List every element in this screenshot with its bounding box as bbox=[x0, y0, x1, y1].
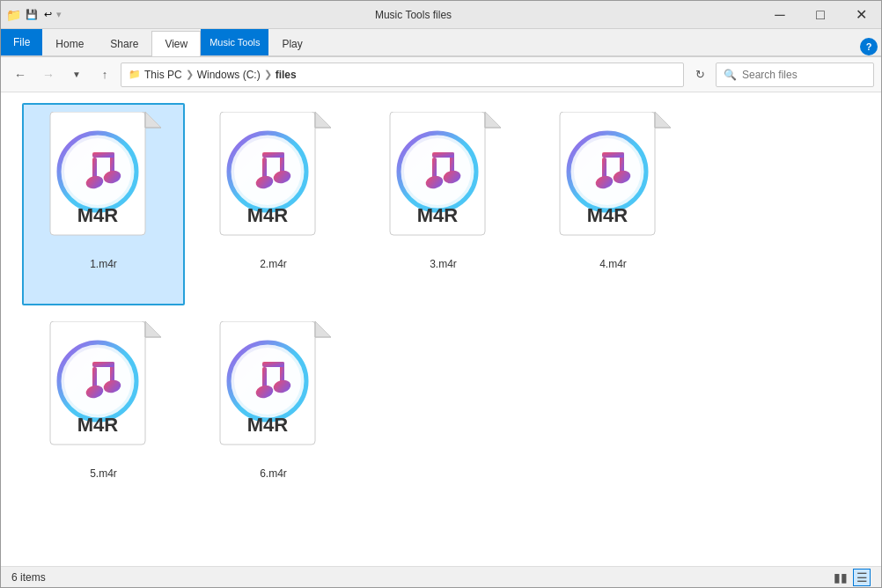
large-icon-view-button[interactable]: ▮▮ bbox=[832, 569, 849, 586]
help-button[interactable]: ? bbox=[860, 38, 878, 55]
svg-rect-56 bbox=[602, 152, 624, 158]
svg-marker-1 bbox=[145, 112, 161, 128]
file-name: 5.m4r bbox=[90, 467, 117, 480]
file-item[interactable]: M4R 6.m4r bbox=[192, 312, 355, 515]
file-item[interactable]: M4R 2.m4r bbox=[192, 103, 355, 305]
svg-text:M4R: M4R bbox=[246, 414, 288, 436]
file-item[interactable]: M4R 4.m4r bbox=[532, 103, 695, 305]
svg-point-38 bbox=[404, 138, 471, 205]
svg-rect-71 bbox=[92, 362, 114, 367]
search-box[interactable]: 🔍 bbox=[716, 62, 874, 87]
breadcrumb-folder[interactable]: files bbox=[276, 69, 297, 81]
back-button[interactable]: ← bbox=[8, 62, 33, 87]
svg-marker-31 bbox=[485, 112, 501, 128]
tab-file[interactable]: File bbox=[1, 29, 42, 55]
tab-share[interactable]: Share bbox=[97, 31, 151, 55]
tab-play[interactable]: Play bbox=[268, 31, 315, 55]
breadcrumb-icon: 📁 bbox=[129, 69, 141, 80]
main-content: M4R 1.m4r bbox=[1, 92, 881, 566]
window-controls: ─ □ ✕ bbox=[760, 1, 881, 29]
breadcrumb-drive[interactable]: Windows (C:) bbox=[197, 69, 261, 81]
search-input[interactable] bbox=[742, 69, 866, 81]
svg-point-83 bbox=[234, 348, 301, 415]
address-bar[interactable]: 📁 This PC ❯ Windows (C:) ❯ files bbox=[121, 62, 684, 87]
file-name: 2.m4r bbox=[260, 258, 287, 270]
file-icon: M4R bbox=[47, 112, 161, 254]
detail-view-button[interactable]: ☰ bbox=[853, 569, 871, 586]
svg-marker-61 bbox=[145, 321, 161, 337]
app-icon: 📁 bbox=[6, 8, 21, 22]
tab-music-tools[interactable]: Music Tools bbox=[201, 29, 268, 55]
svg-point-68 bbox=[64, 348, 131, 415]
svg-rect-11 bbox=[92, 152, 114, 158]
file-name: 3.m4r bbox=[430, 258, 457, 270]
svg-text:M4R: M4R bbox=[416, 204, 458, 226]
svg-marker-46 bbox=[655, 112, 671, 128]
file-icon: M4R bbox=[47, 321, 161, 464]
search-icon: 🔍 bbox=[724, 69, 737, 81]
view-buttons: ▮▮ ☰ bbox=[832, 569, 871, 586]
tab-home[interactable]: Home bbox=[42, 31, 97, 55]
svg-rect-26 bbox=[262, 152, 284, 158]
item-count: 6 items bbox=[11, 571, 46, 584]
file-icon: M4R bbox=[217, 112, 331, 254]
recent-locations-button[interactable]: ▼ bbox=[64, 62, 89, 87]
file-icon: M4R bbox=[217, 321, 331, 464]
svg-marker-16 bbox=[315, 112, 331, 128]
forward-button[interactable]: → bbox=[36, 62, 61, 87]
svg-text:M4R: M4R bbox=[586, 204, 628, 226]
file-name: 6.m4r bbox=[260, 467, 287, 480]
file-icon: M4R bbox=[386, 112, 501, 254]
file-item[interactable]: M4R 1.m4r bbox=[22, 103, 185, 305]
file-item[interactable]: M4R 3.m4r bbox=[362, 103, 525, 305]
quick-access-dropdown[interactable]: ▾ bbox=[56, 9, 62, 20]
breadcrumb-sep-2: ❯ bbox=[264, 69, 272, 80]
window-title: Music Tools files bbox=[375, 9, 452, 21]
file-item[interactable]: M4R 5.m4r bbox=[22, 312, 185, 515]
tab-view[interactable]: View bbox=[151, 31, 201, 56]
file-name: 4.m4r bbox=[599, 258, 627, 270]
status-bar: 6 items ▮▮ ☰ bbox=[1, 566, 881, 587]
svg-text:M4R: M4R bbox=[77, 414, 118, 436]
refresh-button[interactable]: ↻ bbox=[687, 62, 712, 87]
svg-marker-76 bbox=[315, 321, 331, 337]
svg-point-8 bbox=[64, 138, 131, 205]
nav-bar: ← → ▼ ↑ 📁 This PC ❯ Windows (C:) ❯ files… bbox=[1, 57, 881, 92]
up-button[interactable]: ↑ bbox=[92, 62, 117, 87]
breadcrumb-sep-1: ❯ bbox=[186, 69, 194, 80]
quick-access-undo[interactable]: ↩ bbox=[42, 8, 54, 21]
file-grid: M4R 1.m4r bbox=[1, 92, 881, 526]
svg-rect-41 bbox=[432, 152, 454, 158]
file-name: 1.m4r bbox=[90, 258, 117, 270]
maximize-button[interactable]: □ bbox=[800, 1, 841, 29]
svg-text:M4R: M4R bbox=[77, 204, 118, 226]
ribbon-right: ? bbox=[860, 38, 881, 55]
minimize-button[interactable]: ─ bbox=[760, 1, 800, 29]
title-bar-left: 📁 💾 ↩ ▾ bbox=[1, 8, 67, 22]
main-window: 📁 💾 ↩ ▾ Music Tools files ─ □ ✕ File Hom… bbox=[0, 0, 882, 588]
close-button[interactable]: ✕ bbox=[841, 1, 881, 29]
svg-point-53 bbox=[574, 138, 641, 205]
ribbon-area: File Home Share View Music Tools Play ? bbox=[1, 29, 881, 57]
quick-access-save[interactable]: 💾 bbox=[24, 8, 40, 21]
file-icon: M4R bbox=[556, 112, 671, 254]
breadcrumb-thispc[interactable]: This PC bbox=[144, 69, 182, 81]
title-bar: 📁 💾 ↩ ▾ Music Tools files ─ □ ✕ bbox=[1, 1, 881, 29]
svg-text:M4R: M4R bbox=[246, 204, 288, 226]
breadcrumb: 📁 This PC ❯ Windows (C:) ❯ files bbox=[129, 69, 297, 81]
svg-point-23 bbox=[234, 138, 301, 205]
svg-rect-86 bbox=[262, 362, 284, 367]
ribbon-tab-row: File Home Share View Music Tools Play ? bbox=[1, 29, 881, 55]
